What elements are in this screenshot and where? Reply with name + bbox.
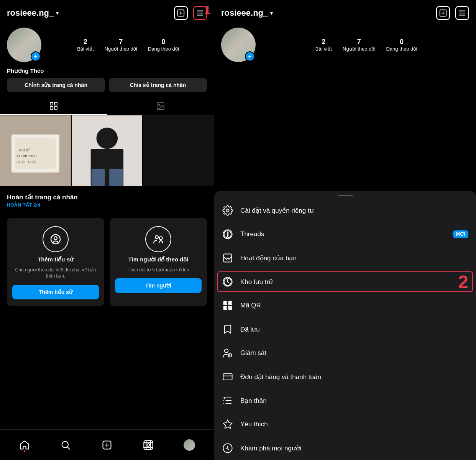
add-bio-button[interactable]: Thêm tiểu sử bbox=[12, 285, 99, 299]
threads-label: Threads bbox=[240, 230, 446, 238]
svg-point-74 bbox=[227, 446, 228, 447]
saved-icon bbox=[222, 324, 233, 335]
tab-tagged[interactable] bbox=[107, 97, 214, 115]
stat-following[interactable]: 0 Đang theo dõi bbox=[148, 38, 179, 52]
bottom-nav bbox=[0, 429, 214, 460]
grid-cell-1[interactable]: out of commerce 10:00 - 19:00 bbox=[0, 115, 71, 186]
svg-text:out of: out of bbox=[19, 148, 30, 152]
stat-followers-label: Người theo dõi bbox=[105, 46, 137, 52]
stat-posts[interactable]: 2 Bài viết bbox=[77, 38, 94, 52]
svg-rect-63 bbox=[223, 374, 232, 380]
grid-cell-2[interactable] bbox=[72, 115, 143, 186]
chevron-down-icon: ▾ bbox=[56, 10, 59, 16]
nav-profile[interactable] bbox=[180, 435, 199, 455]
stat-followers[interactable]: 7 Người theo dõi bbox=[105, 38, 137, 52]
tab-grid[interactable] bbox=[0, 97, 107, 115]
complete-profile-subtitle: HOÀN TẤT 2/4 bbox=[7, 202, 207, 208]
share-profile-button[interactable]: Chia sẻ trang cá nhân bbox=[109, 78, 207, 92]
menu-item-favorites[interactable]: Yêu thích bbox=[214, 412, 476, 436]
close-friends-label: Bạn thân bbox=[240, 397, 468, 405]
right-menu-button[interactable] bbox=[455, 6, 469, 20]
svg-point-27 bbox=[155, 235, 158, 238]
add-story-button[interactable]: + bbox=[31, 51, 41, 61]
discover-label: Khám phá mọi người bbox=[240, 444, 468, 452]
svg-rect-24 bbox=[109, 169, 123, 186]
menu-item-archive[interactable]: Kho lưu trữ 2 bbox=[214, 270, 476, 294]
stat-posts-label: Bài viết bbox=[77, 46, 94, 52]
edit-profile-button[interactable]: Chỉnh sửa trang cá nhân bbox=[7, 78, 105, 92]
bio-icon-circle bbox=[43, 226, 69, 252]
activity-icon bbox=[222, 252, 233, 264]
svg-point-11 bbox=[159, 104, 160, 105]
tabs-row bbox=[0, 97, 214, 115]
complete-profile-title: Hoàn tất trang cá nhân bbox=[7, 193, 207, 201]
svg-point-35 bbox=[147, 444, 149, 446]
username-area[interactable]: rosieee.ng_ ▾ bbox=[7, 8, 59, 18]
menu-item-saved[interactable]: Đã lưu bbox=[214, 317, 476, 341]
suggestion-bio-title: Thêm tiểu sử bbox=[38, 256, 74, 263]
nav-search[interactable] bbox=[56, 435, 75, 455]
sheet-handle bbox=[338, 195, 353, 196]
add-post-button[interactable] bbox=[174, 6, 188, 20]
menu-item-qr[interactable]: Mã QR bbox=[214, 294, 476, 317]
grid-cell-3 bbox=[143, 115, 214, 186]
right-username-area[interactable]: rosieee.ng_ ▾ bbox=[221, 8, 273, 18]
nav-home[interactable] bbox=[15, 435, 34, 455]
settings-label: Cài đặt và quyền riêng tư bbox=[240, 207, 468, 215]
menu-item-discover[interactable]: Khám phá mọi người bbox=[214, 436, 476, 460]
right-stat-posts[interactable]: 2 Bài viết bbox=[315, 38, 332, 52]
saved-label: Đã lưu bbox=[240, 325, 468, 334]
bottom-sheet-menu: Cài đặt và quyền riêng tư Threads MỚI Ho… bbox=[214, 191, 476, 460]
settings-icon bbox=[222, 205, 233, 216]
qr-icon bbox=[222, 300, 233, 311]
right-stat-posts-label: Bài viết bbox=[315, 46, 332, 52]
right-avatar-wrap: + bbox=[221, 28, 256, 62]
discover-icon bbox=[222, 442, 233, 454]
nav-create[interactable] bbox=[97, 435, 117, 455]
right-stat-following[interactable]: 0 Đang theo dõi bbox=[386, 38, 417, 52]
top-icons bbox=[174, 6, 207, 20]
svg-rect-53 bbox=[225, 307, 226, 309]
menu-item-threads[interactable]: Threads MỚI bbox=[214, 222, 476, 246]
photo-grid: out of commerce 10:00 - 19:00 bbox=[0, 115, 214, 186]
right-chevron-icon: ▾ bbox=[270, 10, 273, 16]
menu-item-orders[interactable]: Đơn đặt hàng và thanh toán bbox=[214, 365, 476, 389]
svg-rect-51 bbox=[225, 302, 226, 304]
right-stat-followers[interactable]: 7 Người theo dõi bbox=[343, 38, 375, 52]
find-people-button[interactable]: Tìm người bbox=[115, 278, 202, 293]
find-people-icon-circle bbox=[145, 226, 171, 252]
svg-marker-71 bbox=[223, 420, 232, 428]
right-add-button[interactable] bbox=[436, 6, 450, 20]
suggestion-card-find: Tìm người để theo dõi Theo dõi từ 5 tài … bbox=[110, 218, 207, 307]
suggestion-find-title: Tìm người để theo dõi bbox=[128, 256, 188, 263]
svg-point-28 bbox=[159, 237, 162, 240]
right-username: rosieee.ng_ bbox=[221, 8, 268, 18]
svg-rect-58 bbox=[230, 308, 232, 310]
nav-avatar bbox=[184, 439, 195, 451]
suggestion-card-bio: Thêm tiểu sử Cho người theo dõi biết đôi… bbox=[7, 218, 104, 307]
right-stat-posts-num: 2 bbox=[322, 38, 325, 46]
svg-point-59 bbox=[225, 349, 228, 353]
right-add-story-button[interactable]: + bbox=[245, 51, 255, 61]
menu-item-settings[interactable]: Cài đặt và quyền riêng tư bbox=[214, 199, 476, 222]
svg-text:10:00 - 19:00: 10:00 - 19:00 bbox=[16, 160, 36, 164]
svg-rect-52 bbox=[230, 302, 231, 304]
svg-rect-7 bbox=[54, 102, 57, 105]
orders-label: Đơn đặt hàng và thanh toán bbox=[240, 373, 468, 381]
step2-label: 2 bbox=[458, 271, 468, 292]
stats-row: 2 Bài viết 7 Người theo dõi 0 Đang theo … bbox=[49, 38, 207, 52]
left-top-bar: rosieee.ng_ ▾ 1 bbox=[0, 0, 214, 24]
qr-label: Mã QR bbox=[240, 302, 468, 309]
svg-rect-23 bbox=[91, 169, 105, 186]
svg-rect-55 bbox=[228, 306, 230, 308]
menu-item-activity[interactable]: Hoạt động của bạn bbox=[214, 246, 476, 270]
supervision-icon bbox=[222, 347, 233, 359]
menu-item-supervision[interactable]: Giám sát bbox=[214, 341, 476, 365]
avatar-wrap: + bbox=[7, 28, 41, 62]
favorites-label: Yêu thích bbox=[240, 421, 468, 428]
right-top-icons bbox=[436, 6, 469, 20]
menu-item-close-friends[interactable]: Bạn thân bbox=[214, 389, 476, 412]
left-panel: rosieee.ng_ ▾ 1 + 2 Bài viết 7 bbox=[0, 0, 214, 460]
archive-icon bbox=[222, 276, 233, 288]
nav-reels[interactable] bbox=[139, 435, 158, 455]
